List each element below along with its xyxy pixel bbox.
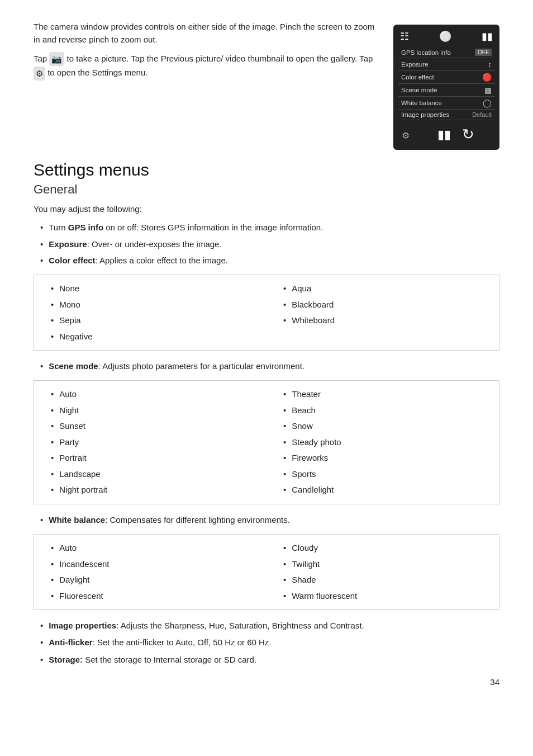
scene-theater: Theater xyxy=(266,386,499,403)
scene-portrait: Portrait xyxy=(34,450,266,466)
camera-ui: ☷ ⚪ ▮▮ GPS location info OFF Exposure ↕ … xyxy=(393,25,499,150)
camera-row-scene-mode: Scene mode ▩ xyxy=(398,84,495,97)
scene-candlelight: Candlelight xyxy=(266,482,499,498)
scene-mode-grid: Auto Theater Night Beach Sunset Snow Par… xyxy=(34,386,499,498)
page-number: 34 xyxy=(490,677,499,687)
intro-section: The camera window provides controls on e… xyxy=(34,20,499,150)
scene-sports: Sports xyxy=(266,466,499,483)
color-effect-box: None Aqua Mono Blackboard Sepia Whiteboa… xyxy=(34,275,499,351)
color-effect-icon: 🔴 xyxy=(482,73,492,82)
subsection-title: General xyxy=(34,182,499,197)
camera-top-icons: ☷ ⚪ ▮▮ xyxy=(398,30,495,42)
wb-auto: Auto xyxy=(34,540,266,556)
white-balance-list: White balance: Compensates for different… xyxy=(34,513,499,526)
main-list-item-gps: Turn GPS info on or off: Stores GPS info… xyxy=(34,221,499,234)
camera-settings-icon: ⚙ xyxy=(402,130,410,141)
scene-auto: Auto xyxy=(34,386,266,403)
bottom-item-storage: Storage: Set the storage to Internal sto… xyxy=(34,653,499,666)
anti-flicker-bold: Anti-flicker xyxy=(49,637,92,647)
camera-row-white-balance: White balance ◯ xyxy=(398,97,495,110)
wb-shade: Shade xyxy=(266,572,499,588)
wb-daylight: Daylight xyxy=(34,572,266,588)
color-none: None xyxy=(34,281,266,297)
camera-row-exposure: Exposure ↕ xyxy=(398,58,495,71)
bottom-list: Image properties: Adjusts the Sharpness,… xyxy=(34,619,499,666)
main-list-item-color-effect: Color effect: Applies a color effect to … xyxy=(34,254,499,267)
section-intro: You may adjust the following: xyxy=(34,202,499,215)
color-negative: Negative xyxy=(34,329,266,345)
gps-value: OFF xyxy=(475,49,492,56)
camera-row-gps: GPS location info OFF xyxy=(398,47,495,58)
settings-gear-icon[interactable]: ⚙ xyxy=(34,67,45,81)
camera-video-bottom-icon: ▮▮ xyxy=(437,127,451,142)
gps-bold: GPS info xyxy=(68,223,103,232)
scene-beach: Beach xyxy=(266,403,499,419)
bottom-item-anti-flicker: Anti-flicker: Set the anti-flicker to Au… xyxy=(34,636,499,649)
exposure-icon: ↕ xyxy=(488,60,492,69)
scene-night: Night xyxy=(34,403,266,419)
intro-p2-mid: to take a picture. Tap the Previous pict… xyxy=(67,54,373,63)
camera-lens-icon: ⚪ xyxy=(439,30,451,42)
wb-twilight: Twilight xyxy=(266,556,499,573)
intro-paragraph1: The camera window provides controls on e… xyxy=(34,20,380,46)
intro-text: The camera window provides controls on e… xyxy=(34,20,380,150)
image-props-value: Default xyxy=(472,111,492,118)
scene-mode-list: Scene mode: Adjusts photo parameters for… xyxy=(34,360,499,372)
camera-row-color-effect: Color effect 🔴 xyxy=(398,71,495,84)
white-balance-label: White balance xyxy=(401,100,442,106)
camera-shutter-bottom-icon: ↻ xyxy=(462,126,474,143)
scene-fireworks: Fireworks xyxy=(266,450,499,466)
wb-cloudy: Cloudy xyxy=(266,540,499,556)
scene-landscape: Landscape xyxy=(34,466,266,483)
main-list-item-white-balance: White balance: Compensates for different… xyxy=(34,513,499,526)
color-aqua: Aqua xyxy=(266,281,499,297)
white-balance-grid: Auto Cloudy Incandescent Twilight Daylig… xyxy=(34,540,499,604)
color-effect-label: Color effect xyxy=(401,74,434,81)
main-list-item-exposure: Exposure: Over- or under-exposes the ima… xyxy=(34,238,499,251)
camera-shutter-icon[interactable]: 📷 xyxy=(49,52,64,66)
scene-mode-icon: ▩ xyxy=(484,86,492,94)
exposure-bold: Exposure xyxy=(49,239,87,249)
storage-bold: Storage: xyxy=(49,655,83,664)
section-title: Settings menus xyxy=(34,160,499,180)
scene-night-portrait: Night portrait xyxy=(34,482,266,498)
intro-paragraph2: Tap 📷 to take a picture. Tap the Previou… xyxy=(34,52,380,81)
scene-steady-photo: Steady photo xyxy=(266,434,499,451)
color-mono: Mono xyxy=(34,297,266,313)
color-whiteboard: Whiteboard xyxy=(266,313,499,329)
main-list-item-scene-mode: Scene mode: Adjusts photo parameters for… xyxy=(34,360,499,372)
color-effect-bold: Color effect xyxy=(49,256,95,265)
color-effect-grid: None Aqua Mono Blackboard Sepia Whiteboa… xyxy=(34,281,499,344)
camera-video-icon: ▮▮ xyxy=(482,30,493,42)
intro-p2-post: to open the Settings menu. xyxy=(47,68,147,77)
white-balance-icon: ◯ xyxy=(483,98,492,107)
scene-mode-box: Auto Theater Night Beach Sunset Snow Par… xyxy=(34,380,499,504)
intro-p2-pre: Tap xyxy=(34,54,49,63)
wb-incandescent: Incandescent xyxy=(34,556,266,573)
white-balance-box: Auto Cloudy Incandescent Twilight Daylig… xyxy=(34,534,499,610)
camera-row-image-props: Image properties Default xyxy=(398,110,495,120)
camera-grid-icon: ☷ xyxy=(400,30,409,42)
main-list: Turn GPS info on or off: Stores GPS info… xyxy=(34,221,499,267)
wb-fluorescent: Fluorescent xyxy=(34,588,266,604)
scene-mode-bold: Scene mode xyxy=(49,361,98,371)
color-blackboard: Blackboard xyxy=(266,297,499,313)
wb-warm-fluorescent: Warm fluorescent xyxy=(266,588,499,604)
color-sepia: Sepia xyxy=(34,313,266,329)
scene-snow: Snow xyxy=(266,418,499,434)
gps-label: GPS location info xyxy=(401,49,451,56)
image-props-bold: Image properties xyxy=(49,621,116,630)
camera-bottom-icons: ⚙ ▮▮ ↻ xyxy=(398,126,495,143)
page: The camera window provides controls on e… xyxy=(0,0,533,703)
white-balance-bold: White balance xyxy=(49,515,105,525)
exposure-label: Exposure xyxy=(401,61,429,68)
image-props-label: Image properties xyxy=(401,111,449,118)
bottom-item-image-props: Image properties: Adjusts the Sharpness,… xyxy=(34,619,499,632)
scene-sunset: Sunset xyxy=(34,418,266,434)
scene-party: Party xyxy=(34,434,266,451)
scene-mode-label: Scene mode xyxy=(401,87,437,93)
